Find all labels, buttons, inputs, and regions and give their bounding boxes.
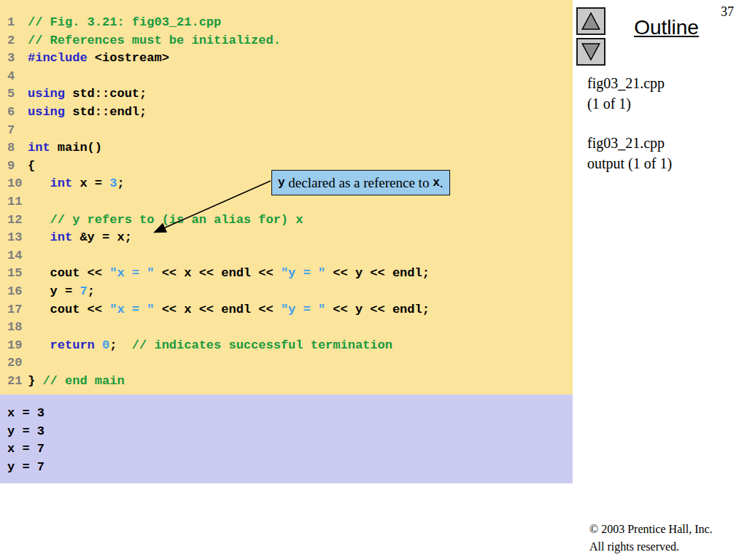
code-segment: << x << endl << [154,303,280,316]
line-number: 10 [0,175,28,193]
code-segment [28,338,50,352]
code-segment: // end main [42,374,124,388]
code-segment: 0 [102,338,109,352]
line-number: 14 [0,247,28,265]
code-segment: int [28,141,58,155]
code-line: 13 int &y = x; [0,229,573,247]
up-triangle-icon [580,11,602,31]
code-line: 2// References must be initialized. [0,32,573,50]
code-line: 12 // y refers to (is an alias for) x [0,211,573,230]
line-number: 20 [0,354,28,373]
line-number: 9 [0,158,28,176]
code-line: 6using std::endl; [0,104,573,122]
code-caption: fig03_21.cpp (1 of 1) [587,73,665,114]
code-segment: using [28,105,72,119]
code-segment: "y = " [281,303,325,316]
code-line: 7 [0,122,573,140]
code-segment: } [28,374,42,388]
line-number: 21 [0,373,28,391]
caption-line: output (1 of 1) [587,153,672,174]
line-number: 3 [0,50,28,68]
line-number: 2 [0,32,28,50]
code-line: 4 [0,68,573,86]
line-number: 5 [0,85,28,104]
caption-line: (1 of 1) [587,93,665,114]
line-number: 8 [0,139,28,158]
code-segment: // y refers to (is an alias for) x [50,213,303,227]
code-segment: // indicates successful termination [132,338,392,352]
code-segment: ; [109,338,132,352]
code-line: 8int main() [0,139,573,158]
code-line: 16 y = 7; [0,283,573,301]
code-segment: 3 [109,176,117,190]
code-line: 1// Fig. 3.21: fig03_21.cpp [0,14,573,32]
code-segment: ; [117,176,124,190]
code-line: 5using std::cout; [0,85,573,104]
slide-canvas: 1// Fig. 3.21: fig03_21.cpp2// Reference… [0,0,747,560]
line-number: 17 [0,301,28,319]
line-number: 11 [0,193,28,211]
code-segment: std::cout; [72,87,147,101]
output-line: y = 3 [7,423,573,441]
line-number: 13 [0,229,28,247]
copyright-line: All rights reserved. [589,538,713,556]
caption-line: fig03_21.cpp [587,133,672,153]
code-segment: << x << endl << [154,266,280,280]
code-segment: main() [58,141,102,155]
code-segment [28,230,50,244]
code-segment: "x = " [109,303,154,316]
code-line: 15 cout << "x = " << x << endl << "y = "… [0,265,573,283]
output-line: y = 7 [7,459,573,477]
code-line: 20 [0,354,573,373]
line-number: 16 [0,283,28,301]
code-segment: 7 [80,284,87,298]
line-number: 6 [0,104,28,122]
code-segment: std::endl; [72,105,147,119]
code-segment [28,213,50,227]
code-segment: &y = x; [80,230,131,244]
line-number: 1 [0,14,28,32]
code-line: 17 cout << "x = " << x << endl << "y = "… [0,301,573,319]
code-segment: "x = " [109,266,154,280]
code-segment: cout << [28,303,109,316]
caption-line: fig03_21.cpp [587,73,665,93]
code-segment: // References must be initialized. [28,34,281,47]
line-number: 15 [0,265,28,283]
program-output-panel: x = 3y = 3x = 7y = 7 [0,394,573,483]
code-line: 18 [0,319,573,337]
code-segment: using [28,87,72,101]
output-line: x = 7 [7,440,573,459]
outline-title[interactable]: Outline [624,16,708,39]
code-segment: // Fig. 3.21: fig03_21.cpp [28,15,221,29]
line-number: 18 [0,319,28,337]
outline-down-button[interactable] [576,38,605,66]
outline-up-button[interactable] [576,7,605,35]
line-number: 19 [0,337,28,355]
code-segment: int [50,176,80,190]
code-segment: return [50,338,102,352]
page-number: 37 [721,4,734,20]
code-segment: << y << endl; [325,266,430,280]
code-line: 14 [0,247,573,265]
code-line: 19 return 0; // indicates successful ter… [0,337,573,355]
callout-text: declared as a reference to [285,175,433,191]
code-segment: "y = " [281,266,325,280]
callout-text: . [440,175,444,191]
code-line: 3#include <iostream> [0,50,573,68]
line-number: 4 [0,68,28,86]
code-segment [28,176,50,190]
callout-box: y declared as a reference to x. [271,170,450,195]
down-triangle-icon [580,42,602,62]
code-segment: x = [80,176,109,190]
output-caption: fig03_21.cpp output (1 of 1) [587,133,672,174]
code-line: 21} // end main [0,373,573,391]
code-segment: <iostream> [95,51,169,65]
copyright-line: © 2003 Prentice Hall, Inc. [589,521,713,538]
code-segment: y = [28,284,80,298]
code-line: 11 [0,193,573,211]
code-segment: int [50,230,80,244]
line-number: 7 [0,122,28,140]
code-listing-panel: 1// Fig. 3.21: fig03_21.cpp2// Reference… [0,0,573,394]
code-segment: #include [28,51,95,65]
code-segment: cout << [28,266,109,280]
